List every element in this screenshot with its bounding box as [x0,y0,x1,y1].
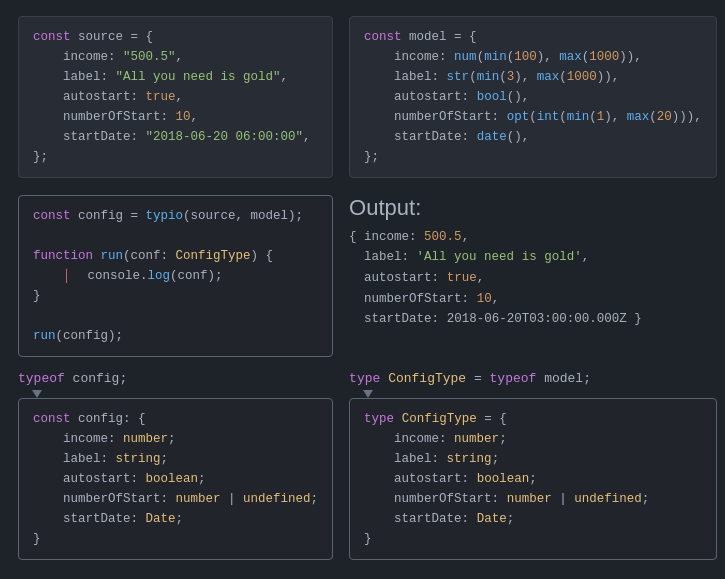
config-code: const config = typio(source, model); fun… [33,206,318,346]
source-code-block: const source = { income: "500.5", label:… [18,16,333,178]
output-code: { income: 500.5, label: 'All you need is… [349,227,717,330]
configtype-panel: type ConfigType = typeof model; type Con… [341,367,725,569]
source-panel: const source = { income: "500.5", label:… [10,10,341,189]
config-code-block: const config = typio(source, model); fun… [18,195,333,357]
model-code: const model = { income: num(min(100), ma… [364,27,702,167]
model-code-block: const model = { income: num(min(100), ma… [349,16,717,178]
arrow-down-icon [32,390,42,398]
typeof-config-code-block: const config: { income: number; label: s… [18,398,333,560]
source-code: const source = { income: "500.5", label:… [33,27,318,167]
configtype-code: type ConfigType = { income: number; labe… [364,409,702,549]
configtype-label: type ConfigType = typeof model; [349,371,717,386]
config-panel: const config = typio(source, model); fun… [10,189,341,368]
output-panel: Output: { income: 500.5, label: 'All you… [341,189,725,368]
typeof-config-panel: typeof config; const config: { income: n… [10,367,341,569]
main-layout: const source = { income: "500.5", label:… [0,0,725,579]
output-content: { income: 500.5, label: 'All you need is… [349,227,717,330]
model-panel: const model = { income: num(min(100), ma… [341,10,725,189]
typeof-config-code: const config: { income: number; label: s… [33,409,318,549]
typeof-config-label: typeof config; [18,371,333,386]
arrow-down-icon-2 [363,390,373,398]
output-title: Output: [349,195,717,221]
configtype-code-block: type ConfigType = { income: number; labe… [349,398,717,560]
